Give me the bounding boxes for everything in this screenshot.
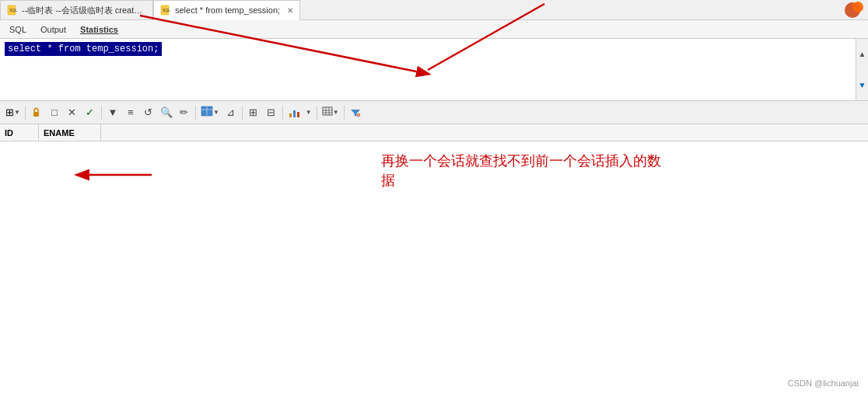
svg-text:SQL: SQL <box>163 8 170 12</box>
export-button[interactable]: ⊞ <box>245 104 262 121</box>
sep7 <box>344 106 345 120</box>
tab1-label: --临时表 --会话级临时表 create glob ... <box>22 5 146 16</box>
filter-button[interactable] <box>347 104 364 121</box>
import-button[interactable]: ⊟ <box>263 104 280 121</box>
tab2-close-button[interactable]: ✕ <box>287 6 293 15</box>
col-header-ename: ENAME <box>39 124 101 141</box>
grid-dropdown[interactable]: ⊞ ▼ <box>3 104 23 121</box>
tab-sql-file[interactable]: SQL --临时表 --会话级临时表 create glob ... <box>0 0 153 19</box>
results-area: ID ENAME <box>0 124 868 394</box>
table-dropdown[interactable]: ▼ <box>198 104 222 121</box>
check-button[interactable]: ✓ <box>82 104 99 121</box>
grid-icon: ⊞ <box>5 106 14 118</box>
grid2-dropdown[interactable]: ▼ <box>320 104 341 121</box>
copy-button[interactable]: □ <box>46 104 63 121</box>
svg-text:SQL: SQL <box>9 8 17 12</box>
col-ename-label: ENAME <box>44 128 75 138</box>
chart-dropdown-arrow: ▼ <box>306 109 312 116</box>
chart-up-button[interactable]: ⊿ <box>222 104 240 121</box>
watermark: CSDN @lichuanjai <box>788 378 859 388</box>
refresh-button[interactable]: ↺ <box>140 104 157 121</box>
svg-rect-12 <box>297 112 299 117</box>
sql-editor[interactable]: select * from temp_session; ▲ ▼ <box>0 39 868 101</box>
scroll-arrows: ▲ ▼ <box>856 39 868 100</box>
tab2-label: select * from temp_session; <box>175 5 280 15</box>
sub-tab-bar: SQL Output Statistics <box>0 20 868 39</box>
tab-statistics[interactable]: Statistics <box>74 23 124 36</box>
results-header: ID ENAME <box>0 124 868 141</box>
svg-point-5 <box>852 2 863 12</box>
table-dropdown-arrow: ▼ <box>213 109 219 116</box>
sep4 <box>242 106 243 120</box>
sql-file-icon: SQL <box>7 5 18 16</box>
sql-file-icon-2: SQL <box>160 5 171 16</box>
chart-dropdown[interactable]: ▼ <box>303 104 314 121</box>
results-empty <box>0 141 868 359</box>
svg-rect-6 <box>33 112 39 117</box>
sort-button[interactable]: ≡ <box>122 104 139 121</box>
main-content: SQL Output Statistics select * from temp… <box>0 20 868 394</box>
top-right-decor <box>829 0 868 20</box>
lock-icon <box>31 107 41 117</box>
chart-button[interactable] <box>285 104 303 121</box>
col-id-label: ID <box>5 128 13 138</box>
search-button[interactable]: 🔍 <box>158 104 175 121</box>
sep1 <box>25 106 26 120</box>
sep2 <box>101 106 102 120</box>
lock-button[interactable] <box>28 104 45 121</box>
svg-rect-13 <box>323 107 332 115</box>
bar-chart-icon <box>288 107 300 118</box>
col-header-id: ID <box>0 124 39 141</box>
edit-button[interactable]: ✏ <box>176 104 193 121</box>
table-icon <box>201 106 213 119</box>
sql-line: select * from temp_session; <box>0 39 868 59</box>
svg-rect-10 <box>289 113 292 117</box>
sep5 <box>282 106 283 120</box>
tab-select-query[interactable]: SQL select * from temp_session; ✕ <box>153 0 300 20</box>
grid-dropdown-arrow: ▼ <box>14 109 20 116</box>
filter-icon <box>350 108 361 117</box>
grid2-icon <box>322 106 333 118</box>
scroll-down-button[interactable]: ▼ <box>856 70 868 101</box>
toolbar: ⊞ ▼ □ ✕ ✓ ▼ ≡ ↺ 🔍 ✏ <box>0 101 868 124</box>
sql-content: select * from temp_session; <box>5 42 162 56</box>
tab-bar: SQL --临时表 --会话级临时表 create glob ... SQL s… <box>0 0 868 20</box>
svg-rect-11 <box>293 110 296 117</box>
sep3 <box>195 106 196 120</box>
scroll-up-button[interactable]: ▲ <box>856 39 868 70</box>
watermark-text: CSDN @lichuanjai <box>788 378 859 388</box>
grid2-dropdown-arrow: ▼ <box>333 109 339 116</box>
sep6 <box>317 106 317 120</box>
cut-button[interactable]: ✕ <box>64 104 81 121</box>
tab-output[interactable]: Output <box>34 23 72 36</box>
filter-down-button[interactable]: ▼ <box>104 104 121 121</box>
tab-sql[interactable]: SQL <box>3 23 33 36</box>
